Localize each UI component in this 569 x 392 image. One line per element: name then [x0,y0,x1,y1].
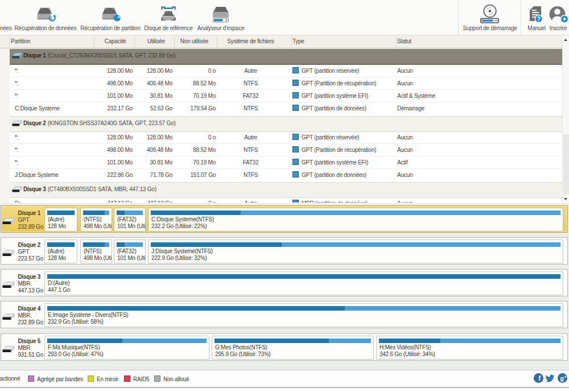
svg-text:+: + [564,374,567,379]
svg-text:?: ? [537,16,541,22]
svg-text:g: g [560,375,563,382]
